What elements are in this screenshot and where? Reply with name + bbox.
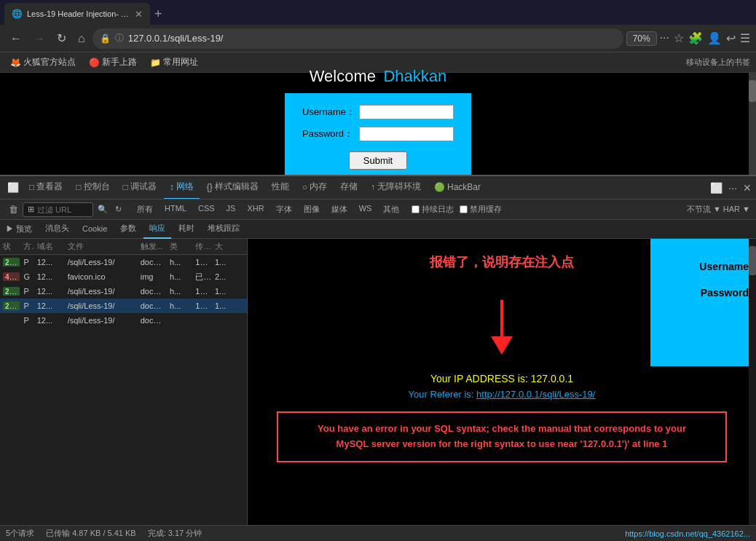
- ip-address-line: Your IP ADDRESS is: 127.0.0.1: [262, 373, 741, 384]
- back2-icon[interactable]: ↩: [726, 31, 736, 45]
- address-bar[interactable]: [128, 33, 616, 44]
- bookmark-newbie[interactable]: 🔴 新手上路: [84, 55, 141, 70]
- devtools-inspect-icon[interactable]: ⬜: [4, 182, 22, 193]
- net-row-3[interactable]: 200 P 12... /sqli/Less-19/ docu... h... …: [0, 284, 247, 299]
- referer-link[interactable]: http://127.0.0.1/sqli/Less-19/: [476, 389, 595, 400]
- filter-url-input[interactable]: [37, 205, 88, 214]
- filter-images[interactable]: 图像: [299, 202, 325, 216]
- account-icon[interactable]: 👤: [707, 31, 722, 45]
- login-form: Username： Password： Submit: [285, 93, 471, 181]
- top-scrollbar-thumb[interactable]: [749, 80, 756, 102]
- filter-fonts[interactable]: 字体: [271, 202, 297, 216]
- password-input[interactable]: [359, 127, 454, 141]
- col-file: 文件: [65, 241, 138, 252]
- file-1: /sqli/Less-19/: [65, 258, 138, 266]
- persist-log-checkbox[interactable]: 持续日志: [412, 204, 454, 215]
- devtools-tab-memory[interactable]: ○ 内存: [296, 176, 333, 200]
- col-domain: 域名: [34, 241, 65, 252]
- search-icon[interactable]: 🔍: [95, 205, 111, 214]
- extensions-icon[interactable]: 🧩: [688, 31, 703, 45]
- refresh-button[interactable]: ↻: [52, 28, 71, 48]
- throttle-options[interactable]: 不节流 ▼ HAR ▼: [687, 204, 750, 215]
- sqli-page: Welcome Dhakkan Username： Password： Subm…: [0, 73, 756, 175]
- tab-message-header[interactable]: 消息头: [39, 220, 75, 239]
- clear-network-icon[interactable]: 🗑: [6, 204, 21, 215]
- init-1: docu...: [138, 258, 167, 266]
- username-input[interactable]: [359, 105, 454, 119]
- new-tab-button[interactable]: +: [154, 7, 162, 22]
- preview-label: ▶ 预览: [6, 224, 32, 234]
- type-1: h...: [167, 258, 192, 266]
- net-row-4[interactable]: 200 P 12... /sqli/Less-19/ docu... h... …: [0, 299, 247, 313]
- bookmark-common[interactable]: 📁 常用网址: [146, 55, 202, 70]
- filter-media[interactable]: 媒体: [326, 202, 353, 216]
- devtools-tab-debugger[interactable]: □ 调试器: [117, 176, 162, 200]
- more-options-icon[interactable]: ···: [660, 31, 669, 45]
- disable-cache-checkbox[interactable]: 禁用缓存: [460, 204, 502, 215]
- tab-params[interactable]: 参数: [114, 220, 142, 239]
- filter-js[interactable]: JS: [221, 202, 241, 216]
- devtools-tab-storage[interactable]: 存储: [334, 176, 363, 200]
- zoom-level[interactable]: 70%: [626, 31, 657, 46]
- back-button[interactable]: ←: [6, 29, 26, 48]
- net-row-5[interactable]: P 12... /sqli/Less-19/ docu...: [0, 313, 247, 328]
- filter-icon: ⊞: [28, 205, 34, 214]
- status-200-3: 200: [3, 287, 20, 296]
- forward-button[interactable]: →: [29, 29, 50, 48]
- devtools-more-icon[interactable]: ···: [728, 182, 737, 194]
- referer-line: Your Referer is: http://127.0.0.1/sqli/L…: [262, 389, 741, 400]
- devtools-tab-style[interactable]: {} 样式编辑器: [201, 176, 264, 200]
- devtools-tab-perf[interactable]: 性能: [266, 176, 295, 200]
- filter-ws[interactable]: WS: [354, 202, 377, 216]
- tab-bar: 🌐 Less-19 Header Injection- Refe... ✕ +: [0, 0, 756, 25]
- devtools-body: 状 方 域名 文件 触发... 类 传输 大 200 P 12... /sqli…: [0, 239, 756, 541]
- net-row-2[interactable]: 404 G 12... favicon.ico img h... 已缓存 2..…: [0, 269, 247, 284]
- status-bar-link[interactable]: https://blog.csdn.net/qq_4362162...: [625, 529, 750, 538]
- devtools-tab-console[interactable]: □ 控制台: [70, 176, 115, 200]
- home-button[interactable]: ⌂: [74, 29, 90, 48]
- transfer-2: 已缓存: [192, 272, 212, 283]
- bookmark-icon[interactable]: ☆: [674, 31, 684, 45]
- domain-3: 12...: [34, 287, 65, 296]
- filter-other[interactable]: 其他: [378, 202, 404, 216]
- method-5: P: [20, 316, 34, 325]
- network-detail-tabs: ▶ 预览 消息头 Cookie 参数 响应 耗时 堆栈跟踪: [0, 220, 756, 239]
- tab-stack-trace[interactable]: 堆栈跟踪: [202, 220, 245, 239]
- devtools-tab-hackbar[interactable]: 🟢 HackBar: [428, 176, 487, 200]
- devtools-close-icon[interactable]: ✕: [743, 182, 752, 194]
- reload-network-icon[interactable]: ↻: [112, 205, 125, 214]
- response-scrollbar-thumb[interactable]: [749, 246, 756, 275]
- top-scrollbar[interactable]: [749, 73, 756, 175]
- net-row-1[interactable]: 200 P 12... /sqli/Less-19/ docu... h... …: [0, 255, 247, 269]
- cyan-login-box: Username Password: [650, 239, 756, 366]
- tab-response[interactable]: 响应: [143, 220, 171, 239]
- username-label: Username：: [302, 106, 353, 119]
- devtools-tab-network[interactable]: ↕ 网络: [164, 176, 200, 200]
- mobile-bookmark[interactable]: 移动设备上的书签: [686, 57, 750, 68]
- method-4: P: [20, 301, 34, 310]
- referer-label: Your Referer is:: [409, 389, 476, 400]
- menu-icon[interactable]: ☰: [740, 31, 750, 45]
- response-scrollbar[interactable]: [749, 239, 756, 541]
- filter-css[interactable]: CSS: [193, 202, 220, 216]
- devtools-tab-a11y[interactable]: ↑ 无障碍环境: [365, 176, 427, 200]
- active-tab[interactable]: 🌐 Less-19 Header Injection- Refe... ✕: [4, 3, 150, 25]
- bookmark-firefox[interactable]: 🦊 火狐官方站点: [6, 55, 80, 70]
- size-1: 1...: [212, 258, 247, 266]
- tab-timing[interactable]: 耗时: [173, 220, 200, 239]
- memory-icon: ○: [302, 182, 307, 192]
- nav-right-icons: ··· ☆ 🧩 👤 ↩ ☰: [660, 31, 750, 45]
- lock-icon: 🔒: [100, 33, 111, 44]
- filter-xhr[interactable]: XHR: [242, 202, 269, 216]
- col-initiator: 触发...: [138, 241, 167, 252]
- tab-favicon: 🌐: [12, 9, 23, 19]
- init-5: docu...: [138, 316, 167, 325]
- filter-all[interactable]: 所有: [132, 202, 158, 216]
- tab-cookie[interactable]: Cookie: [76, 220, 113, 239]
- devtools-tab-viewer[interactable]: □ 查看器: [23, 176, 68, 200]
- filter-html[interactable]: HTML: [160, 202, 192, 216]
- devtools-dock-icon[interactable]: ⬜: [710, 182, 722, 194]
- submit-button[interactable]: Submit: [349, 151, 407, 170]
- col-type: 类: [167, 241, 192, 252]
- tab-close-button[interactable]: ✕: [135, 9, 143, 20]
